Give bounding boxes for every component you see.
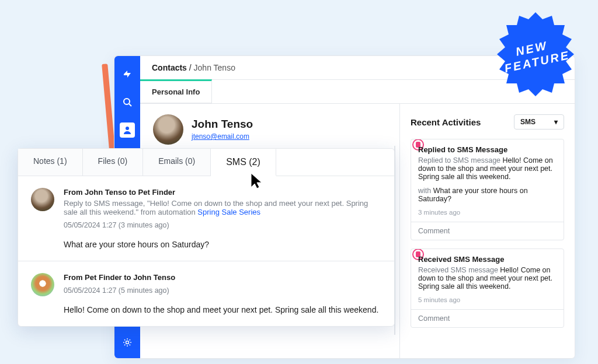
svg-point-3 [126, 127, 129, 130]
message-text: Hello! Come on down to the shop and meet… [64, 305, 381, 314]
breadcrumb-section[interactable]: Contacts [152, 63, 187, 72]
cursor-icon [249, 172, 265, 191]
activity-title: Replied to SMS Message [418, 145, 557, 154]
recent-activities-title: Recent Activities [411, 117, 481, 127]
svg-point-1 [124, 99, 130, 104]
activity-time: 3 minutes ago [418, 209, 557, 216]
message-time: 05/05/2024 1:27 (5 minutes ago) [64, 286, 381, 295]
activity-comment-link[interactable]: Comment [411, 222, 564, 240]
tabbar: Notes (1) Files (0) Emails (0) SMS (2) [18, 149, 394, 176]
avatar [31, 273, 54, 296]
tab-sms[interactable]: SMS (2) [211, 149, 276, 176]
message-from: From Pet Finder to John Tenso [64, 273, 381, 282]
svg-line-2 [129, 104, 131, 106]
message-from: From John Tenso to Pet Finder [64, 188, 381, 197]
activities-filter-select[interactable]: SMS ▾ [514, 114, 564, 130]
activity-card-received[interactable]: Received SMS Message Received SMS messag… [411, 249, 564, 328]
tab-emails[interactable]: Emails (0) [143, 149, 211, 176]
sms-thread-overlay: Notes (1) Files (0) Emails (0) SMS (2) F… [18, 148, 395, 327]
search-icon[interactable] [120, 94, 135, 110]
recent-activities-pane: Recent Activities SMS ▾ Replied to SMS M… [399, 104, 575, 358]
gear-icon[interactable] [120, 335, 135, 350]
activity-card-replied[interactable]: Replied to SMS Message Replied to SMS me… [411, 139, 564, 240]
avatar [31, 188, 54, 211]
sms-message-outbound: From Pet Finder to John Tenso 05/05/2024… [18, 261, 394, 326]
contact-avatar [153, 114, 183, 145]
automation-link[interactable]: Spring Sale Series [197, 208, 260, 216]
tab-files[interactable]: Files (0) [83, 149, 144, 176]
activities-filter-value: SMS [520, 118, 536, 126]
chevron-down-icon: ▾ [554, 118, 558, 126]
contacts-icon[interactable] [120, 123, 135, 138]
subtab-personal-info[interactable]: Personal Info [140, 79, 212, 103]
activity-title: Received SMS Message [418, 255, 557, 264]
logo-icon[interactable] [120, 66, 135, 82]
message-text: What are your store hours on Saturday? [64, 240, 381, 249]
activity-time: 5 minutes ago [418, 296, 557, 303]
contact-name: John Tenso [192, 118, 253, 131]
message-time: 05/05/2024 1:27 (3 minutes ago) [64, 221, 381, 229]
tab-notes[interactable]: Notes (1) [18, 149, 83, 176]
svg-point-5 [126, 341, 129, 344]
sms-message-inbound: From John Tenso to Pet Finder Reply to S… [18, 176, 394, 261]
breadcrumb-name: John Tenso [194, 63, 235, 72]
activity-comment-link[interactable]: Comment [411, 309, 564, 327]
contact-email[interactable]: jtenso@email.com [192, 132, 249, 141]
new-feature-badge: NEW FEATURE [492, 10, 579, 98]
